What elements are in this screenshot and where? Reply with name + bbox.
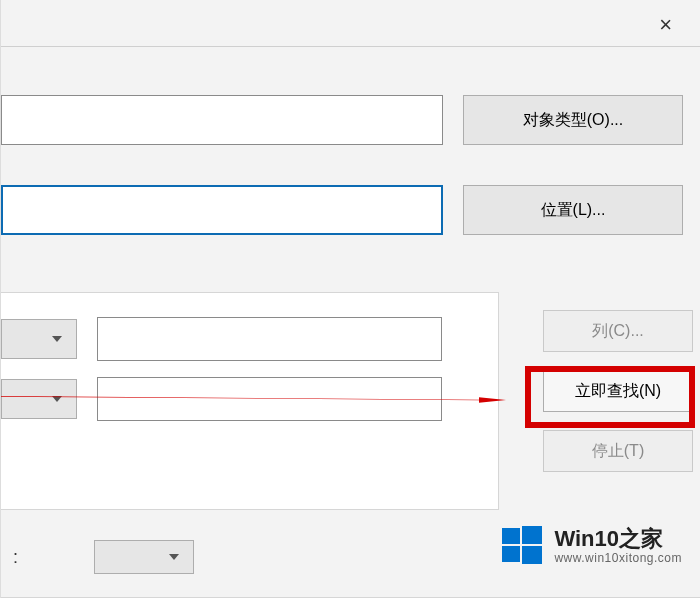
watermark-title: Win10之家 xyxy=(554,526,682,551)
bottom-dropdown[interactable] xyxy=(94,540,194,574)
columns-button: 列(C)... xyxy=(543,310,693,352)
location-field[interactable] xyxy=(1,185,443,235)
bottom-row: : xyxy=(13,540,194,574)
criteria-panel xyxy=(1,292,499,510)
columns-button-label: 列(C)... xyxy=(592,321,644,342)
object-types-button-label: 对象类型(O)... xyxy=(523,110,623,131)
chevron-down-icon xyxy=(52,396,62,402)
object-type-field[interactable] xyxy=(1,95,443,145)
criteria-input-1[interactable] xyxy=(97,317,442,361)
top-section: 对象类型(O)... 位置(L)... xyxy=(1,95,700,275)
divider-line xyxy=(1,46,700,47)
windows-logo-icon xyxy=(500,524,544,568)
find-now-button[interactable]: 立即查找(N) xyxy=(543,370,693,412)
watermark-url: www.win10xitong.com xyxy=(554,552,682,566)
stop-button: 停止(T) xyxy=(543,430,693,472)
svg-rect-4 xyxy=(502,546,520,562)
location-button-label: 位置(L)... xyxy=(541,200,606,221)
close-button[interactable]: × xyxy=(659,12,672,38)
criteria-row-2 xyxy=(1,377,442,421)
criteria-dropdown-2[interactable] xyxy=(1,379,77,419)
criteria-input-2[interactable] xyxy=(97,377,442,421)
location-row: 位置(L)... xyxy=(1,185,700,235)
location-button[interactable]: 位置(L)... xyxy=(463,185,683,235)
close-icon: × xyxy=(659,12,672,37)
chevron-down-icon xyxy=(52,336,62,342)
criteria-dropdown-1[interactable] xyxy=(1,319,77,359)
watermark-text: Win10之家 www.win10xitong.com xyxy=(554,526,682,565)
find-now-button-label: 立即查找(N) xyxy=(575,381,661,402)
svg-rect-5 xyxy=(522,546,542,564)
chevron-down-icon xyxy=(169,554,179,560)
criteria-row-1 xyxy=(1,317,442,361)
bottom-colon: : xyxy=(13,547,18,568)
object-types-button[interactable]: 对象类型(O)... xyxy=(463,95,683,145)
svg-rect-3 xyxy=(522,526,542,544)
svg-rect-2 xyxy=(502,528,520,544)
object-type-row: 对象类型(O)... xyxy=(1,95,700,145)
watermark: Win10之家 www.win10xitong.com xyxy=(500,524,682,568)
stop-button-label: 停止(T) xyxy=(592,441,644,462)
side-buttons: 列(C)... 立即查找(N) 停止(T) xyxy=(543,310,693,472)
